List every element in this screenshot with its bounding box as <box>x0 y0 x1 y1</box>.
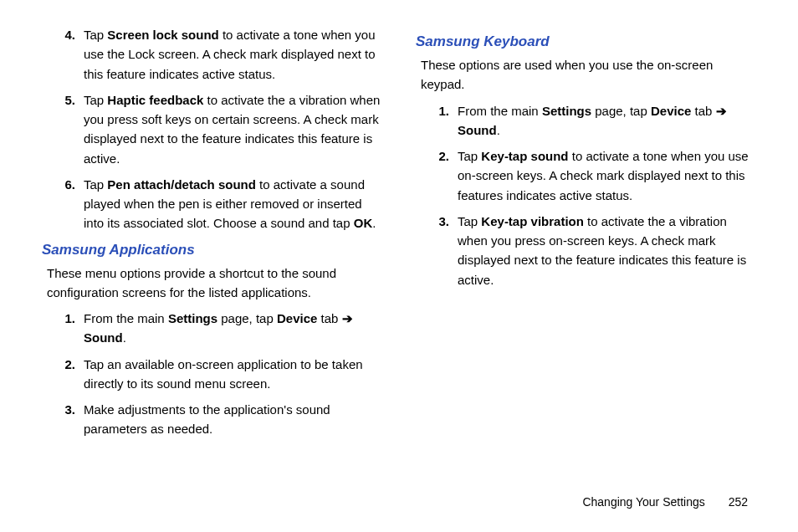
section-heading-samsung-applications: Samsung Applications <box>42 242 382 258</box>
bold-term: Sound <box>84 330 123 345</box>
text: page, tap <box>217 311 277 325</box>
text: tab <box>317 311 341 325</box>
item-body: Make adjustments to the application's so… <box>84 400 382 439</box>
text: From the main <box>458 104 542 118</box>
text: Tap <box>84 28 107 42</box>
page-footer: Changing Your Settings 252 <box>582 495 748 509</box>
bold-term: Settings <box>542 104 591 118</box>
item-body: From the main Settings page, tap Device … <box>458 101 756 141</box>
list-item: 2. Tap Key-tap sound to activate a tone … <box>432 146 756 205</box>
bold-term: Device <box>277 311 317 325</box>
bold-term: OK <box>354 216 373 230</box>
text: . <box>497 123 500 137</box>
item-body: From the main Settings page, tap Device … <box>84 309 382 348</box>
list-c: 1. From the main Settings page, tap Devi… <box>416 101 756 289</box>
left-column: 4. Tap Screen lock sound to activate a t… <box>42 25 382 446</box>
bold-term: Haptic feedback <box>107 93 203 107</box>
text: From the main <box>84 311 168 325</box>
list-item: 1. From the main Settings page, tap Devi… <box>59 309 382 348</box>
list-item: 3. Tap Key-tap vibration to activate the… <box>432 212 756 289</box>
text: Tap <box>84 93 107 107</box>
text: . <box>123 330 126 345</box>
item-body: Tap Screen lock sound to activate a tone… <box>84 25 382 84</box>
item-number: 3. <box>59 400 84 439</box>
list-b: 1. From the main Settings page, tap Devi… <box>42 309 382 439</box>
footer-label: Changing Your Settings <box>582 495 704 509</box>
section-intro: These options are used when you use the … <box>421 55 756 95</box>
item-number: 1. <box>432 101 458 141</box>
list-item: 4. Tap Screen lock sound to activate a t… <box>59 25 382 84</box>
item-number: 3. <box>432 212 458 289</box>
text: Tap <box>458 214 481 228</box>
page-number: 252 <box>729 495 748 509</box>
list-item: 6. Tap Pen attach/detach sound to activa… <box>59 175 382 233</box>
section-intro: These menu options provide a shortcut to… <box>47 263 382 303</box>
item-number: 5. <box>59 90 84 168</box>
page-content: 4. Tap Screen lock sound to activate a t… <box>0 0 798 446</box>
item-number: 2. <box>59 355 84 394</box>
bold-term: Key-tap vibration <box>481 214 584 228</box>
arrow-icon: ➔ <box>342 311 353 325</box>
text: page, tap <box>591 104 651 118</box>
text: tab <box>691 104 715 118</box>
list-item: 3. Make adjustments to the application's… <box>59 400 382 439</box>
bold-term: Pen attach/detach sound <box>107 177 256 192</box>
bold-term: Sound <box>458 123 497 137</box>
item-number: 2. <box>432 146 458 205</box>
text: Tap <box>458 149 481 163</box>
item-number: 6. <box>59 175 84 233</box>
item-body: Tap an available on-screen application t… <box>84 355 382 394</box>
item-body: Tap Haptic feedback to activate the a vi… <box>84 90 382 168</box>
bold-term: Settings <box>168 311 217 325</box>
item-number: 1. <box>59 309 84 348</box>
arrow-icon: ➔ <box>716 104 727 118</box>
text: . <box>372 216 376 230</box>
item-body: Tap Key-tap vibration to activate the a … <box>458 212 756 289</box>
list-item: 5. Tap Haptic feedback to activate the a… <box>59 90 382 168</box>
section-heading-samsung-keyboard: Samsung Keyboard <box>416 33 756 50</box>
item-body: Tap Key-tap sound to activate a tone whe… <box>458 146 756 205</box>
bold-term: Device <box>651 104 691 118</box>
bold-term: Screen lock sound <box>107 28 218 42</box>
list-a: 4. Tap Screen lock sound to activate a t… <box>42 25 382 233</box>
list-item: 1. From the main Settings page, tap Devi… <box>432 101 756 141</box>
text: Tap <box>84 177 107 192</box>
item-number: 4. <box>59 25 84 84</box>
list-item: 2. Tap an available on-screen applicatio… <box>59 355 382 394</box>
right-column: Samsung Keyboard These options are used … <box>416 25 756 446</box>
bold-term: Key-tap sound <box>481 149 568 163</box>
item-body: Tap Pen attach/detach sound to activate … <box>84 175 382 233</box>
